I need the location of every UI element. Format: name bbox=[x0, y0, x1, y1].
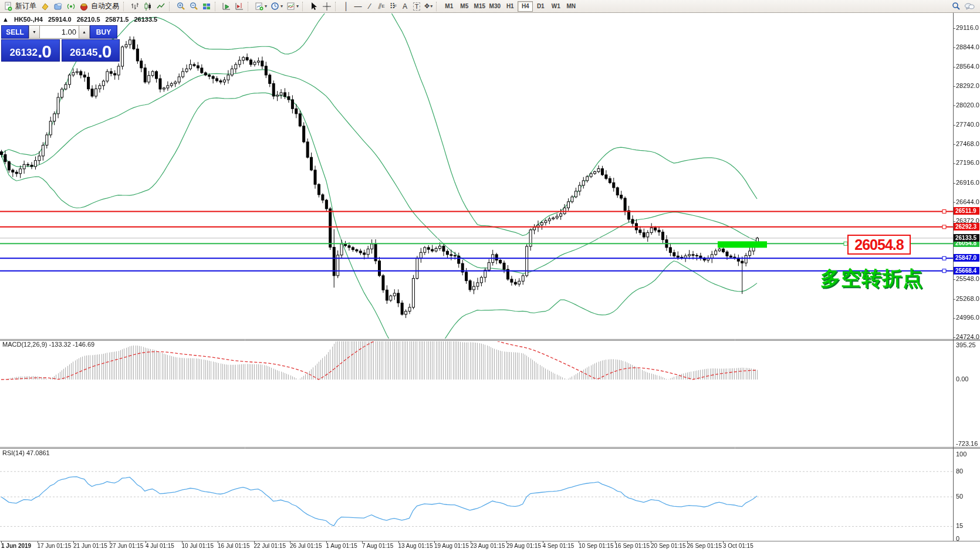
line-chart-icon[interactable] bbox=[154, 1, 167, 12]
vertical-line-tool[interactable]: │ bbox=[340, 1, 352, 12]
price-tick-label: 28844.0 bbox=[956, 43, 979, 50]
price-tick-label: 26644.0 bbox=[956, 198, 979, 205]
horizontal-line-tool[interactable]: — bbox=[352, 1, 364, 12]
date-label: 13 Aug 01:15 bbox=[398, 543, 433, 549]
ohlc-high: 26210.5 bbox=[77, 16, 100, 23]
bar-chart-icon[interactable] bbox=[129, 1, 141, 12]
date-label: 7 Aug 01:15 bbox=[362, 543, 393, 549]
date-label: 22 Jul 01:15 bbox=[254, 543, 286, 549]
buy-button[interactable]: BUY bbox=[90, 25, 117, 39]
volume-input[interactable]: 1.00 bbox=[40, 25, 79, 39]
timeframe-w1[interactable]: W1 bbox=[548, 1, 563, 12]
date-label: 21 Jun 01:15 bbox=[73, 543, 107, 549]
date-label: 17 Jun 01:15 bbox=[38, 543, 72, 549]
price-tick-label: 24724.0 bbox=[956, 333, 979, 340]
rsi-scale-label: 15 bbox=[956, 522, 963, 529]
macd-name: MACD(12,26,9) bbox=[2, 341, 47, 348]
sell-button[interactable]: SELL bbox=[1, 25, 29, 39]
price-tick-label: 25548.0 bbox=[956, 275, 979, 282]
new-chart-button[interactable]: ▾ bbox=[253, 1, 269, 12]
cursor-tool[interactable] bbox=[307, 1, 320, 12]
navigator-icon[interactable] bbox=[65, 1, 77, 12]
toolbar-separator bbox=[335, 2, 338, 11]
channel-letter: E bbox=[381, 4, 384, 9]
new-order-button[interactable] bbox=[2, 1, 15, 12]
current-price-tag: 26133.5 bbox=[954, 234, 979, 242]
price-tick-label: 27740.0 bbox=[956, 121, 979, 128]
buy-price-display[interactable]: 26145 .0 bbox=[62, 39, 120, 62]
date-label: 16 Jul 01:15 bbox=[218, 543, 250, 549]
market-watch-icon[interactable] bbox=[39, 1, 52, 12]
search-icon[interactable] bbox=[949, 1, 962, 12]
mt4-window: 新订单 自动交易 bbox=[0, 0, 980, 552]
crosshair-tool[interactable] bbox=[320, 1, 333, 12]
level-price-tag: 25847.0 bbox=[954, 254, 979, 262]
timeframe-mn[interactable]: MN bbox=[563, 1, 579, 12]
date-label: 16 Sep 01:15 bbox=[615, 543, 650, 549]
macd-scale-label: 0.00 bbox=[956, 375, 968, 382]
ohlc-close: 26133.5 bbox=[134, 16, 157, 23]
rsi-scale-label: 50 bbox=[956, 493, 963, 500]
macd-value-signal: -146.69 bbox=[73, 341, 94, 348]
chat-icon[interactable] bbox=[962, 1, 976, 12]
timeframe-m1[interactable]: M1 bbox=[441, 1, 457, 12]
autotrading-icon[interactable] bbox=[77, 1, 90, 12]
sell-price-frac: .0 bbox=[38, 43, 51, 60]
macd-scale-label: 395.25 bbox=[956, 341, 976, 348]
date-label: 4 Sep 01:15 bbox=[543, 543, 575, 549]
toolbar-separator bbox=[123, 2, 126, 11]
price-tick-label: 28020.0 bbox=[956, 101, 979, 109]
price-tick-label: 29116.0 bbox=[956, 24, 979, 31]
new-order-label[interactable]: 新订单 bbox=[15, 1, 36, 11]
collapse-arrow-icon[interactable]: ▲ bbox=[2, 16, 9, 23]
rsi-value: 47.0861 bbox=[26, 449, 50, 456]
rsi-scale-label: 100 bbox=[956, 451, 967, 458]
chevron-down-icon: ▾ bbox=[430, 4, 432, 9]
channel-tool[interactable]: ⫽E bbox=[376, 1, 387, 12]
fibonacci-tool[interactable]: ⠿F bbox=[387, 1, 399, 12]
toolbar-separator bbox=[215, 2, 218, 11]
price-tick-label: 25268.0 bbox=[956, 295, 979, 302]
price-tick-label: 28564.0 bbox=[956, 63, 979, 70]
autotrading-label[interactable]: 自动交易 bbox=[91, 1, 119, 11]
price-annotation-box[interactable]: 26054.8 bbox=[847, 235, 911, 255]
turning-point-note[interactable]: 多空转折点 bbox=[820, 265, 923, 292]
level-price-tag: 26511.9 bbox=[954, 207, 979, 215]
price-tick-label: 24996.0 bbox=[956, 314, 979, 321]
text-tool-letter: A bbox=[403, 2, 407, 11]
macd-label: MACD(12,26,9) -133.32 -146.69 bbox=[2, 341, 94, 348]
arrows-tool[interactable]: ✥▾ bbox=[423, 1, 434, 12]
zoom-in-icon[interactable] bbox=[174, 1, 187, 12]
indicators-button[interactable]: ▾ bbox=[285, 1, 300, 12]
timeframe-m5[interactable]: M5 bbox=[457, 1, 472, 12]
zoom-out-icon[interactable] bbox=[187, 1, 200, 12]
date-label: 27 Jun 01:15 bbox=[110, 543, 144, 549]
tile-windows-icon[interactable] bbox=[200, 1, 213, 12]
date-label: 3 Oct 01:15 bbox=[723, 543, 753, 549]
date-label: 10 Sep 01:15 bbox=[579, 543, 614, 549]
auto-scroll-icon[interactable] bbox=[220, 1, 233, 12]
toolbar-separator bbox=[436, 2, 439, 11]
text-label-tool[interactable]: T bbox=[411, 1, 423, 12]
data-window-icon[interactable] bbox=[52, 1, 65, 12]
timeframe-m15[interactable]: M15 bbox=[472, 1, 487, 12]
text-tool[interactable]: A bbox=[399, 1, 411, 12]
candlestick-chart-icon[interactable] bbox=[141, 1, 154, 12]
chevron-down-icon: ▾ bbox=[296, 4, 299, 9]
timeframe-h1[interactable]: H1 bbox=[502, 1, 518, 12]
symbol-header: ▲ HK50-,H4 25914.0 26210.5 25871.5 26133… bbox=[2, 16, 161, 23]
sell-price-display[interactable]: 26132 .0 bbox=[1, 39, 60, 62]
fibo-letter: F bbox=[394, 4, 397, 9]
trendline-tool[interactable]: ∕ bbox=[364, 1, 376, 12]
volume-increase-button[interactable]: ▲ bbox=[79, 25, 90, 39]
volume-decrease-button[interactable]: ▼ bbox=[29, 25, 40, 39]
date-label: 19 Aug 01:15 bbox=[434, 543, 469, 549]
timeframe-h4[interactable]: H4 bbox=[518, 1, 533, 12]
toolbar-right bbox=[949, 1, 976, 12]
date-label: 26 Sep 01:15 bbox=[687, 543, 722, 549]
chart-shift-icon[interactable] bbox=[233, 1, 246, 12]
timeframe-d1[interactable]: D1 bbox=[533, 1, 548, 12]
timeframe-group: M1M5M15M30H1H4D1W1MN bbox=[441, 1, 579, 12]
profiles-button[interactable]: ▾ bbox=[269, 1, 285, 12]
timeframe-m30[interactable]: M30 bbox=[487, 1, 502, 12]
